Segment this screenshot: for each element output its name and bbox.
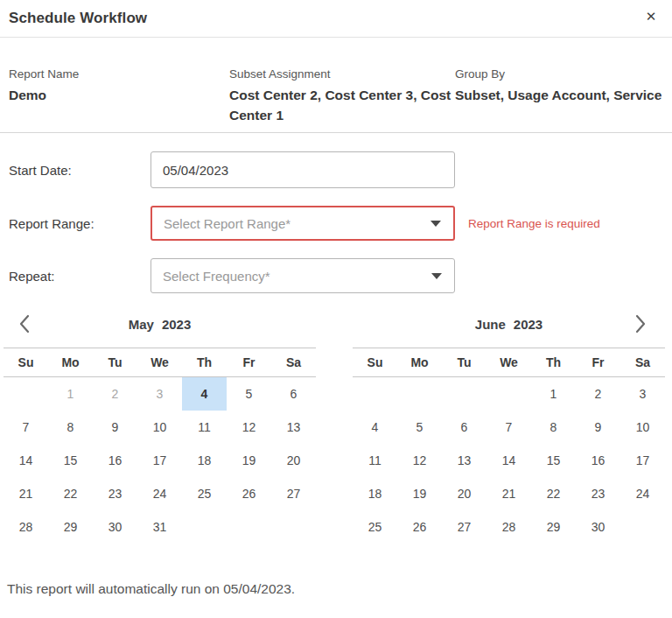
week-row: 123 — [353, 377, 665, 411]
calendar-day[interactable]: 17 — [137, 444, 182, 477]
weekday-label: Mo — [397, 355, 442, 369]
calendar-day[interactable]: 7 — [486, 411, 531, 444]
repeat-label: Repeat: — [9, 269, 150, 284]
report-range-error: Report Range is required — [468, 217, 600, 230]
calendar-day[interactable]: 30 — [93, 510, 137, 544]
empty-day-cell — [620, 510, 665, 544]
calendar-day[interactable]: 6 — [271, 377, 316, 411]
summary-field-report-name: Report Name Demo — [9, 67, 229, 125]
dropdown-caret-icon — [430, 221, 441, 227]
months-container: May 2023 SuMoTuWeThFrSa 1234567891011121… — [0, 311, 672, 544]
start-date-label: Start Date: — [9, 163, 150, 178]
calendar-day[interactable]: 1 — [531, 377, 576, 411]
calendar-day[interactable]: 27 — [271, 477, 316, 510]
calendar-day[interactable]: 8 — [531, 411, 576, 444]
calendar-day[interactable]: 27 — [442, 510, 486, 544]
calendar-day[interactable]: 25 — [353, 510, 397, 544]
calendar-day[interactable]: 15 — [48, 444, 93, 477]
auto-run-note: This report will automatically run on 05… — [0, 580, 672, 597]
calendar-panel: May 2023 SuMoTuWeThFrSa 1234567891011121… — [0, 311, 672, 544]
calendar-day[interactable]: 22 — [48, 477, 93, 510]
calendar-month-may: May 2023 SuMoTuWeThFrSa 1234567891011121… — [4, 311, 316, 544]
calendar-day[interactable]: 29 — [531, 510, 576, 544]
calendar-day[interactable]: 19 — [227, 444, 271, 477]
calendar-day[interactable]: 30 — [576, 510, 620, 544]
calendar-day[interactable]: 15 — [531, 444, 576, 477]
start-date-input[interactable] — [150, 151, 455, 188]
calendar-day[interactable]: 12 — [227, 411, 271, 444]
field-label: Group By — [455, 67, 663, 81]
repeat-select[interactable]: Select Frequency* — [150, 258, 455, 293]
calendar-day[interactable]: 2 — [93, 377, 137, 411]
weekday-label: Sa — [271, 355, 316, 369]
calendar-day[interactable]: 24 — [620, 477, 665, 510]
calendar-day[interactable]: 26 — [397, 510, 442, 544]
calendar-day[interactable]: 18 — [182, 444, 227, 477]
calendar-day[interactable]: 3 — [137, 377, 182, 411]
calendar-day[interactable]: 4 — [353, 411, 397, 444]
calendar-day[interactable]: 21 — [4, 477, 48, 510]
close-button[interactable]: ✕ — [640, 5, 662, 28]
calendar-day[interactable]: 2 — [576, 377, 620, 411]
week-row: 45678910 — [353, 411, 665, 444]
calendar-day[interactable]: 4 — [182, 377, 227, 411]
calendar-day[interactable]: 12 — [397, 444, 442, 477]
calendar-day[interactable]: 25 — [182, 477, 227, 510]
weekday-label: Th — [182, 355, 227, 369]
weekday-label: We — [137, 355, 182, 369]
calendar-day[interactable]: 23 — [93, 477, 137, 510]
calendar-day[interactable]: 20 — [442, 477, 486, 510]
schedule-form: Start Date: Report Range: Select Report … — [0, 133, 672, 293]
previous-month-button[interactable] — [11, 312, 36, 336]
field-value: Subset, Usage Account, Service — [455, 85, 663, 105]
calendar-day[interactable]: 20 — [271, 444, 316, 477]
calendar-day[interactable]: 9 — [93, 411, 137, 444]
calendar-day[interactable]: 16 — [93, 444, 137, 477]
calendar-day[interactable]: 13 — [442, 444, 486, 477]
calendar-day[interactable]: 19 — [397, 477, 442, 510]
calendar-day[interactable]: 22 — [531, 477, 576, 510]
next-month-button[interactable] — [628, 312, 653, 336]
day-grid: 1234567891011121314151617181920212223242… — [4, 377, 316, 544]
calendar-day[interactable]: 10 — [620, 411, 665, 444]
calendar-day[interactable]: 5 — [397, 411, 442, 444]
calendar-day[interactable]: 7 — [4, 411, 48, 444]
dialog-header: Schedule Workflow ✕ — [0, 0, 672, 38]
calendar-day[interactable]: 23 — [576, 477, 620, 510]
calendar-day[interactable]: 13 — [271, 411, 316, 444]
calendar-day[interactable]: 14 — [486, 444, 531, 477]
calendar-day[interactable]: 18 — [353, 477, 397, 510]
calendar-day[interactable]: 29 — [48, 510, 93, 544]
calendar-day[interactable]: 11 — [182, 411, 227, 444]
empty-day-cell — [182, 510, 227, 544]
calendar-day[interactable]: 31 — [137, 510, 182, 544]
calendar-day[interactable]: 9 — [576, 411, 620, 444]
empty-day-cell — [4, 377, 48, 411]
empty-day-cell — [442, 377, 486, 411]
calendar-day[interactable]: 14 — [4, 444, 48, 477]
report-range-placeholder: Select Report Range* — [164, 216, 290, 231]
report-range-select[interactable]: Select Report Range* — [150, 206, 455, 241]
field-value: Demo — [9, 85, 229, 105]
calendar-day[interactable]: 28 — [4, 510, 48, 544]
weekday-label: Th — [531, 355, 576, 369]
dialog-title: Schedule Workflow — [9, 10, 147, 27]
calendar-day[interactable]: 10 — [137, 411, 182, 444]
calendar-day[interactable]: 24 — [137, 477, 182, 510]
calendar-day[interactable]: 6 — [442, 411, 486, 444]
calendar-day[interactable]: 8 — [48, 411, 93, 444]
calendar-day[interactable]: 3 — [620, 377, 665, 411]
calendar-day[interactable]: 16 — [576, 444, 620, 477]
calendar-day[interactable]: 21 — [486, 477, 531, 510]
weekday-row: SuMoTuWeThFrSa — [353, 348, 665, 377]
month-name: June — [475, 317, 506, 332]
calendar-day[interactable]: 28 — [486, 510, 531, 544]
calendar-day[interactable]: 5 — [227, 377, 271, 411]
calendar-day[interactable]: 26 — [227, 477, 271, 510]
calendar-day[interactable]: 1 — [48, 377, 93, 411]
calendar-day[interactable]: 17 — [620, 444, 665, 477]
close-icon: ✕ — [646, 9, 657, 25]
month-year: 2023 — [162, 317, 191, 332]
calendar-day[interactable]: 11 — [353, 444, 397, 477]
chevron-left-icon — [18, 314, 31, 334]
